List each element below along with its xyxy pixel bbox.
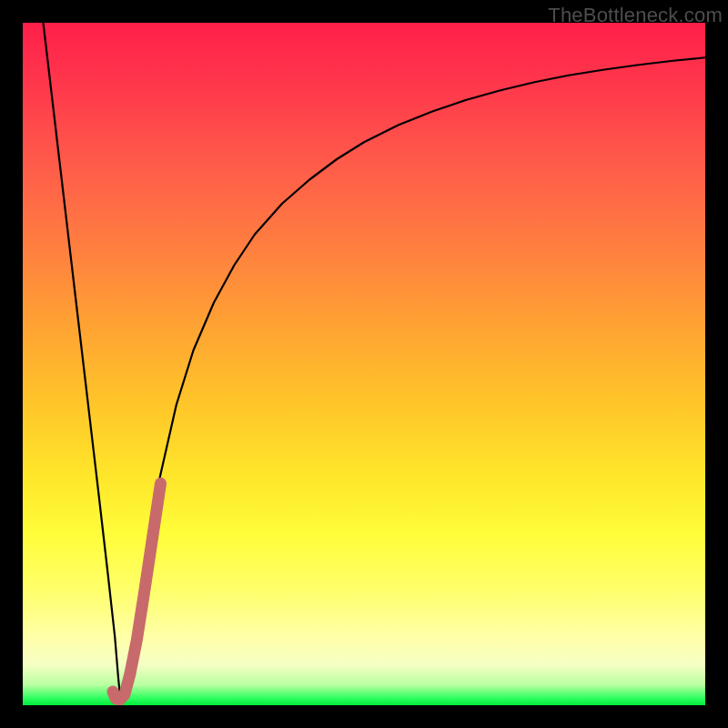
balance-highlight bbox=[113, 483, 161, 700]
curve-layer bbox=[23, 23, 705, 705]
plot-area bbox=[23, 23, 705, 705]
chart-frame: TheBottleneck.com bbox=[0, 0, 728, 728]
watermark-text: TheBottleneck.com bbox=[548, 4, 723, 27]
